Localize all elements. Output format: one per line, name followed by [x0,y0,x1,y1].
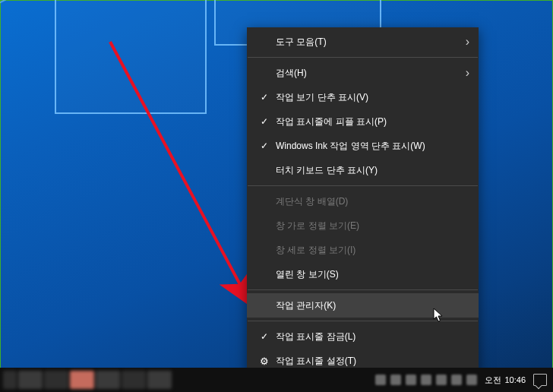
tray-icon[interactable] [421,375,431,385]
chevron-right-icon [459,36,469,48]
menu-separator [248,57,478,58]
menu-item-label: 도구 모음(T) [273,36,459,49]
menu-item-label: 작업 보기 단추 표시(V) [273,91,469,104]
tray-icon[interactable] [390,375,401,385]
menu-item-label: 작업 관리자(K) [273,299,469,312]
check-icon [256,141,273,151]
menu-item-label: 검색(H) [273,67,459,80]
taskbar-app-icon[interactable] [70,371,94,389]
tray-icon[interactable] [406,375,416,385]
menu-item[interactable]: Windows Ink 작업 영역 단추 표시(W) [247,134,479,158]
menu-item[interactable]: 검색(H) [247,61,479,85]
tray-icon[interactable] [451,375,462,385]
menu-item: 창 가로 정렬 보기(E) [247,213,479,238]
taskbar-app-icon[interactable] [44,371,68,389]
taskbar-app-icon[interactable] [18,371,43,389]
menu-item-label: 창 가로 정렬 보기(E) [273,220,469,232]
menu-item-label: 창 세로 정렬 보기(I) [273,244,469,257]
menu-item-label: 작업 표시줄 설정(T) [273,355,469,368]
gear-icon [256,356,273,367]
clock-time: 10:46 [504,375,526,384]
chevron-right-icon [459,67,469,79]
taskbar-app-icon[interactable] [96,371,120,389]
menu-separator [248,185,478,186]
desktop[interactable]: 도구 모음(T)검색(H)작업 보기 단추 표시(V)작업 표시줄에 피플 표시… [0,0,553,392]
menu-item-label: 터치 키보드 단추 표시(Y) [273,164,469,177]
taskbar-context-menu: 도구 모음(T)검색(H)작업 보기 단추 표시(V)작업 표시줄에 피플 표시… [247,27,479,375]
menu-item-label: 작업 표시줄 잠금(L) [273,330,469,343]
menu-item[interactable]: 작업 관리자(K) [247,293,479,318]
wallpaper-shape [55,0,207,114]
menu-item-label: 작업 표시줄에 피플 표시(P) [273,115,469,128]
taskbar-left-icons [0,371,172,389]
menu-item-label: 열린 창 보기(S) [273,268,469,281]
tray-icon[interactable] [375,375,386,385]
taskbar-clock[interactable]: 오전 10:46 [485,375,526,386]
menu-item: 계단식 창 배열(D) [247,189,479,213]
action-center-icon[interactable] [533,374,547,386]
clock-prefix: 오전 [485,375,501,386]
menu-item[interactable]: 도구 모음(T) [247,30,479,54]
taskbar-right: 오전 10:46 [375,374,553,386]
taskbar-app-icon[interactable] [3,371,17,389]
tray-icon[interactable] [466,375,477,385]
check-icon [256,331,273,342]
taskbar-app-icon[interactable] [122,371,146,389]
menu-item-label: Windows Ink 작업 영역 단추 표시(W) [273,140,469,153]
menu-separator [248,321,478,321]
menu-item[interactable]: 열린 창 보기(S) [247,262,479,286]
menu-separator [248,289,478,290]
menu-item[interactable]: 작업 표시줄 잠금(L) [247,324,479,349]
check-icon [256,116,273,127]
menu-item[interactable]: 작업 보기 단추 표시(V) [247,85,479,109]
menu-item[interactable]: 터치 키보드 단추 표시(Y) [247,158,479,182]
taskbar-app-icon[interactable] [147,371,172,389]
menu-item: 창 세로 정렬 보기(I) [247,238,479,262]
menu-item[interactable]: 작업 표시줄에 피플 표시(P) [247,109,479,134]
check-icon [256,92,273,103]
tray-icon[interactable] [436,375,447,385]
taskbar[interactable]: 오전 10:46 [0,368,553,392]
menu-item-label: 계단식 창 배열(D) [273,195,469,208]
system-tray[interactable] [375,375,477,385]
